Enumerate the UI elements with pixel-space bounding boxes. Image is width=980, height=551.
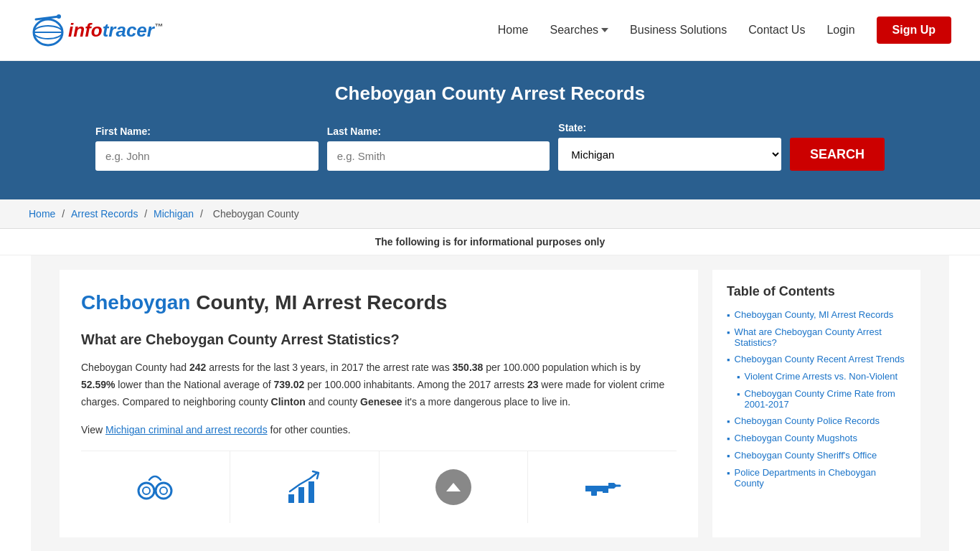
scroll-top-arrow-icon bbox=[446, 483, 461, 491]
content-area: Cheboygan County, MI Arrest Records What… bbox=[60, 270, 698, 537]
svg-line-3 bbox=[36, 17, 59, 19]
view-records-text: View Michigan criminal and arrest record… bbox=[81, 422, 677, 439]
last-name-group: Last Name: bbox=[327, 126, 550, 171]
icon-block-handcuffs bbox=[81, 451, 230, 523]
toc-link-8[interactable]: Police Departments in Cheboygan County bbox=[735, 467, 906, 489]
breadcrumb-arrest-records[interactable]: Arrest Records bbox=[71, 208, 138, 220]
hero-title: Cheboygan County Arrest Records bbox=[29, 83, 951, 105]
last-name-input[interactable] bbox=[327, 141, 550, 171]
logo-icon bbox=[29, 11, 68, 50]
svg-point-4 bbox=[57, 14, 61, 19]
toc-item-3: Violent Crime Arrests vs. Non-Violent bbox=[727, 371, 906, 382]
toc-link-3[interactable]: Violent Crime Arrests vs. Non-Violent bbox=[745, 371, 897, 382]
gun-icon bbox=[581, 466, 624, 509]
breadcrumb: Home / Arrest Records / Michigan / Chebo… bbox=[0, 199, 980, 229]
state-label: State: bbox=[558, 122, 781, 133]
toc-link-5[interactable]: Cheboygan County Police Records bbox=[735, 415, 880, 426]
main-nav: Home Searches Business Solutions Contact… bbox=[498, 17, 951, 44]
nav-searches[interactable]: Searches bbox=[550, 24, 608, 37]
search-form: First Name: Last Name: State: Michigan A… bbox=[95, 122, 885, 171]
breadcrumb-cheboygan: Cheboygan County bbox=[213, 208, 299, 220]
icon-block-chart bbox=[230, 451, 380, 523]
first-name-group: First Name: bbox=[95, 126, 319, 171]
nav-home[interactable]: Home bbox=[498, 24, 529, 37]
state-group: State: Michigan Alabama Alaska Arizona C… bbox=[558, 122, 781, 171]
toc-item-4: Cheboygan County Crime Rate from 2001-20… bbox=[727, 388, 906, 410]
toc-link-2[interactable]: Cheboygan County Recent Arrest Trends bbox=[735, 354, 905, 364]
breadcrumb-sep-3: / bbox=[200, 208, 206, 220]
first-name-input[interactable] bbox=[95, 141, 319, 171]
icon-block-scroll-top[interactable] bbox=[380, 451, 529, 523]
svg-rect-12 bbox=[308, 481, 314, 503]
michigan-records-link[interactable]: Michigan criminal and arrest records bbox=[105, 424, 268, 435]
svg-point-5 bbox=[138, 483, 154, 499]
breadcrumb-sep-1: / bbox=[62, 208, 67, 220]
toc-item-8: Police Departments in Cheboygan County bbox=[727, 467, 906, 489]
nav-contact-us[interactable]: Contact Us bbox=[748, 24, 805, 37]
toc-link-0[interactable]: Cheboygan County, MI Arrest Records bbox=[735, 309, 894, 320]
nav-business-solutions[interactable]: Business Solutions bbox=[630, 24, 727, 37]
svg-rect-11 bbox=[298, 487, 304, 503]
svg-point-8 bbox=[160, 487, 167, 494]
breadcrumb-michigan[interactable]: Michigan bbox=[154, 208, 194, 220]
toc-item-2: Cheboygan County Recent Arrest Trends bbox=[727, 354, 906, 365]
toc-link-7[interactable]: Cheboygan County Sheriff's Office bbox=[735, 450, 877, 461]
toc-item-6: Cheboygan County Mugshots bbox=[727, 433, 906, 444]
page-title: Cheboygan County, MI Arrest Records bbox=[81, 291, 677, 314]
header: infotracer™ Home Searches Business Solut… bbox=[0, 0, 980, 61]
page-title-highlight: Cheboygan bbox=[81, 291, 190, 314]
info-bar-text: The following is for informational purpo… bbox=[375, 236, 605, 248]
toc-item-1: What are Cheboygan County Arrest Statist… bbox=[727, 326, 906, 348]
last-name-label: Last Name: bbox=[327, 126, 550, 137]
toc-item-0: Cheboygan County, MI Arrest Records bbox=[727, 309, 906, 321]
toc-list: Cheboygan County, MI Arrest Records What… bbox=[727, 309, 906, 489]
logo-text: infotracer™ bbox=[68, 19, 163, 42]
toc-link-4[interactable]: Cheboygan County Crime Rate from 2001-20… bbox=[745, 388, 906, 410]
main-content: Cheboygan County, MI Arrest Records What… bbox=[31, 255, 949, 551]
section-heading: What are Cheboygan County Arrest Statist… bbox=[81, 331, 677, 348]
scroll-to-top-button[interactable] bbox=[435, 469, 471, 505]
search-button[interactable]: SEARCH bbox=[790, 138, 885, 171]
logo: infotracer™ bbox=[29, 11, 163, 50]
toc-link-6[interactable]: Cheboygan County Mugshots bbox=[735, 433, 857, 443]
toc-title: Table of Contents bbox=[727, 284, 906, 299]
chart-icon bbox=[283, 466, 326, 509]
content-paragraph: Cheboygan County had 242 arrests for the… bbox=[81, 359, 677, 410]
toc-item-7: Cheboygan County Sheriff's Office bbox=[727, 450, 906, 461]
state-select[interactable]: Michigan Alabama Alaska Arizona Californ… bbox=[558, 138, 781, 171]
svg-point-6 bbox=[143, 487, 150, 494]
first-name-label: First Name: bbox=[95, 126, 319, 137]
icons-row bbox=[81, 451, 677, 523]
icon-block-gun bbox=[528, 451, 677, 523]
chevron-down-icon bbox=[601, 28, 608, 32]
toc-item-5: Cheboygan County Police Records bbox=[727, 415, 906, 427]
svg-rect-10 bbox=[288, 494, 294, 503]
page-title-rest: County, MI Arrest Records bbox=[190, 291, 447, 314]
handcuffs-icon bbox=[133, 466, 176, 509]
svg-point-7 bbox=[156, 483, 171, 499]
hero-section: Cheboygan County Arrest Records First Na… bbox=[0, 61, 980, 199]
breadcrumb-home[interactable]: Home bbox=[29, 208, 55, 220]
breadcrumb-sep-2: / bbox=[144, 208, 150, 220]
svg-rect-13 bbox=[591, 491, 597, 496]
login-button[interactable]: Login bbox=[826, 24, 854, 37]
sidebar: Table of Contents Cheboygan County, MI A… bbox=[712, 270, 920, 537]
info-bar: The following is for informational purpo… bbox=[0, 229, 980, 255]
toc-link-1[interactable]: What are Cheboygan County Arrest Statist… bbox=[735, 326, 906, 348]
signup-button[interactable]: Sign Up bbox=[877, 17, 951, 44]
